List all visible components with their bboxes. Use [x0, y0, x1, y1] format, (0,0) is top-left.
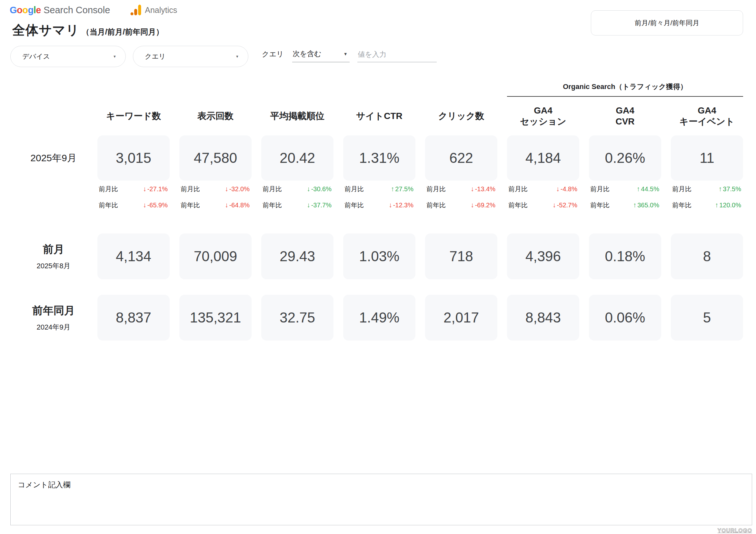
- comment-box[interactable]: コメント記入欄: [10, 474, 752, 525]
- comparison-value: ↑365.0%: [633, 201, 659, 209]
- column-header-avg-position: 平均掲載順位: [261, 97, 334, 135]
- comparison-label: 前年比: [426, 201, 446, 210]
- query-filter-label: クエリ: [145, 52, 165, 61]
- comparison-value: ↓-65.9%: [143, 201, 168, 209]
- scorecard-value: 718: [425, 233, 497, 279]
- device-filter-dropdown[interactable]: デバイス ▼: [10, 46, 126, 67]
- comparison-value: ↑44.5%: [637, 185, 659, 193]
- trend-arrow-icon: ↓: [553, 201, 556, 209]
- column-header-site-ctr: サイトCTR: [343, 97, 416, 135]
- column-header-keywords: キーワード数: [97, 97, 170, 135]
- mom-comparison: 前月比↓-13.4%: [425, 181, 497, 197]
- trend-arrow-icon: ↑: [637, 185, 640, 193]
- scorecard-value: 622: [425, 135, 497, 181]
- scorecard-value: 1.03%: [343, 233, 416, 279]
- mom-comparison: 前月比↑37.5%: [671, 181, 743, 197]
- scorecard-value: 5: [671, 295, 743, 340]
- google-letter: o: [22, 5, 28, 15]
- chevron-down-icon: ▼: [235, 55, 239, 58]
- page-title: 全体サマリ （当月/前月/前年同月）: [12, 21, 164, 39]
- yoy-comparison: 前年比↓-65.9%: [97, 197, 170, 213]
- yoy-comparison: 前年比↓-64.8%: [179, 197, 252, 213]
- column-header-line: サイトCTR: [356, 111, 402, 121]
- comparison-label: 前月比: [99, 185, 118, 194]
- filter-value-input[interactable]: [357, 50, 437, 62]
- comparison-percent: 120.0%: [719, 201, 741, 209]
- comparison-value: ↑27.5%: [391, 185, 414, 193]
- column-header-impressions: 表示回数: [179, 97, 252, 135]
- comparison-percent: 365.0%: [637, 201, 659, 209]
- organic-search-group-header: Organic Search（トラフィック獲得）: [507, 82, 743, 97]
- google-logo: Google: [10, 5, 41, 15]
- column-header-line: CVR: [615, 116, 634, 127]
- chevron-down-icon: ▼: [113, 55, 117, 58]
- comparison-label: 前年比: [262, 201, 282, 210]
- trend-arrow-icon: ↓: [225, 185, 229, 193]
- comparison-value: ↓-32.0%: [225, 185, 250, 193]
- trend-arrow-icon: ↑: [633, 201, 637, 209]
- row-sublabel-text: 2025年8月: [37, 261, 70, 271]
- comparison-percent: -13.4%: [475, 185, 496, 193]
- period-selector-button[interactable]: 前月/前々月/前年同月: [591, 10, 743, 36]
- chevron-down-icon: ▼: [343, 52, 348, 56]
- column-header-ga4-sessions: GA4セッション: [507, 97, 579, 135]
- scorecard-value: 11: [671, 135, 743, 181]
- comparison-label: 前年比: [672, 201, 691, 210]
- trend-arrow-icon: ↑: [391, 185, 394, 193]
- comparison-percent: -65.9%: [148, 201, 168, 209]
- row-label-previous-month: 前月 2025年8月: [19, 233, 88, 279]
- scorecard-value: 47,580: [179, 135, 252, 181]
- google-search-console-logo: Google Search Console: [10, 5, 110, 15]
- advanced-query-filter: クエリ 次を含む ▼: [262, 49, 437, 62]
- comparison-percent: 27.5%: [395, 185, 414, 193]
- comparison-value: ↓-27.1%: [143, 185, 168, 193]
- search-console-label: Search Console: [43, 5, 110, 15]
- google-analytics-logo: Analytics: [130, 5, 177, 15]
- mom-comparison: 前月比↓-27.1%: [97, 181, 170, 197]
- scorecard-value: 8,843: [507, 295, 579, 340]
- page-title-suffix: （当月/前月/前年同月）: [82, 27, 164, 37]
- trend-arrow-icon: ↓: [389, 201, 392, 209]
- comparison-label: 前月比: [344, 185, 364, 194]
- trend-arrow-icon: ↑: [718, 185, 722, 193]
- yoy-comparison: 前年比↑365.0%: [589, 197, 661, 213]
- mom-comparison: 前月比↑44.5%: [589, 181, 661, 197]
- trend-arrow-icon: ↓: [225, 201, 229, 209]
- scorecard-value: 70,009: [179, 233, 252, 279]
- trend-arrow-icon: ↑: [715, 201, 718, 209]
- comparison-percent: -64.8%: [229, 201, 250, 209]
- scorecard-value: 8,837: [97, 295, 170, 340]
- comparison-label: 前年比: [590, 201, 609, 210]
- summary-table: Organic Search（トラフィック獲得） キーワード数 表示回数 平均掲…: [19, 73, 743, 340]
- query-filter-dropdown[interactable]: クエリ ▼: [133, 46, 248, 67]
- scorecard-value: 4,134: [97, 233, 170, 279]
- scorecard-value: 0.18%: [589, 233, 661, 279]
- mom-comparison: 前月比↓-30.6%: [261, 181, 334, 197]
- row-label-text: 前月: [43, 242, 64, 257]
- trend-arrow-icon: ↓: [471, 201, 474, 209]
- filter-operator-dropdown[interactable]: 次を含む ▼: [292, 49, 350, 62]
- comparison-label: 前月比: [590, 185, 609, 194]
- comparison-percent: -12.3%: [393, 201, 414, 209]
- scorecard-value: 3,015: [97, 135, 170, 181]
- comparison-percent: -4.8%: [560, 185, 577, 193]
- row-label-current-month: 2025年9月: [19, 135, 88, 181]
- comparison-label: 前年比: [344, 201, 364, 210]
- comparison-percent: 44.5%: [641, 185, 659, 193]
- scorecard-value: 135,321: [179, 295, 252, 340]
- comparison-value: ↓-13.4%: [471, 185, 496, 193]
- comparison-label: 前月比: [672, 185, 691, 194]
- comparison-percent: -52.7%: [557, 201, 577, 209]
- comparison-value: ↑37.5%: [718, 185, 741, 193]
- scorecard-value: 1.31%: [343, 135, 416, 181]
- yoy-comparison: 前年比↓-69.2%: [425, 197, 497, 213]
- comparison-label: 前年比: [181, 201, 200, 210]
- row-label-text: 前年同月: [32, 304, 75, 318]
- column-header-line: キーイベント: [679, 116, 734, 127]
- google-letter: g: [28, 5, 34, 15]
- scorecard-value: 4,396: [507, 233, 579, 279]
- trend-arrow-icon: ↓: [143, 201, 147, 209]
- scorecard-value: 0.06%: [589, 295, 661, 340]
- scorecard-value: 8: [671, 233, 743, 279]
- advanced-filter-field-label: クエリ: [262, 49, 284, 62]
